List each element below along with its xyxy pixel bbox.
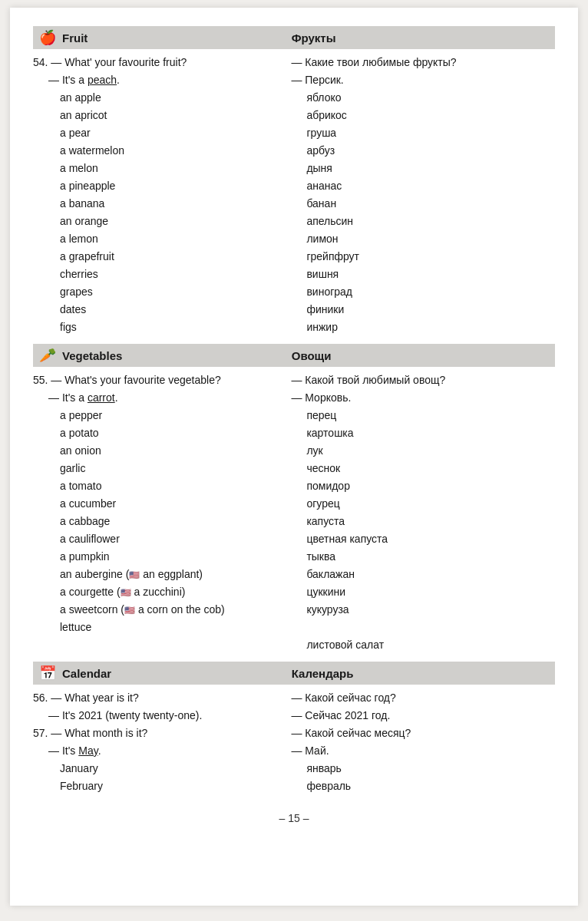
fruit-dialog-left: 54. — What' your favourite fruit? — It's… (33, 54, 283, 337)
fruit-item-0: an apple (33, 90, 276, 106)
fruit-ru-5: ананас (291, 178, 555, 194)
veg-item-10: a courgette (🇺🇸 a zucchini) (33, 584, 276, 600)
cal-q56-ru: — Какой сейчас год? (291, 690, 555, 706)
fruit-title-ru: Фрукты (292, 31, 336, 45)
fruit-ru-6: банан (291, 196, 555, 212)
cal-a57-line: — It's May. (33, 743, 276, 759)
cal-a57-ru: — Май. (291, 743, 555, 759)
cal-q56-num: 56. (33, 692, 48, 704)
veg-ru-4: помидор (291, 478, 555, 494)
fruit-ru-7: апельсин (291, 213, 555, 229)
veg-answer-word: carrot (88, 391, 115, 404)
veg-item-12: lettuce (33, 619, 276, 635)
vegetables-title-ru: Овощи (292, 349, 332, 362)
fruit-ru-10: вишня (291, 266, 555, 282)
vegetables-section: 🥕 Vegetables Овощи 55. — What's your fav… (33, 344, 555, 655)
fruit-item-8: a lemon (33, 231, 276, 247)
fruit-answer-prefix: — It's a (48, 74, 88, 86)
fruit-answer-dot: . (117, 74, 120, 86)
fruit-item-9: a grapefruit (33, 249, 276, 265)
veg-ru-3: чеснок (291, 460, 555, 477)
veg-item-5: a cucumber (33, 496, 276, 512)
fruit-item-13: figs (33, 319, 276, 335)
fruit-item-10: cherries (33, 266, 276, 282)
fruit-item-7: an orange (33, 213, 276, 229)
fruit-item-6: a banana (33, 196, 276, 212)
calendar-right: — Какой сейчас год? — Сейчас 2021 год. —… (283, 690, 555, 796)
cal-q57-line: 57. — What month is it? (33, 725, 276, 741)
fruit-answer-line: — It's a peach. (33, 72, 276, 88)
cal-q57-num: 57. (33, 727, 48, 739)
fruit-item-1: an apricot (33, 107, 276, 124)
fruit-item-12: dates (33, 302, 276, 318)
veg-item-0: a pepper (33, 408, 276, 424)
fruit-title-en: Fruit (62, 31, 88, 45)
veg-ru-5: огурец (291, 496, 555, 512)
fruit-item-2: a pear (33, 125, 276, 141)
fruit-q-num: 54. (33, 56, 48, 68)
cal-q57-ru: — Какой сейчас месяц? (291, 725, 555, 741)
vegetables-header-right: Овощи (284, 349, 549, 362)
cal-month-1: February (33, 778, 276, 794)
cal-q57-text: — What month is it? (51, 727, 147, 739)
veg-ru-12-spacer (291, 619, 555, 635)
fruit-dialog-row: 54. — What' your favourite fruit? — It's… (33, 54, 555, 338)
fruit-icon: 🍎 (39, 29, 56, 46)
calendar-header-right: Календарь (284, 667, 549, 680)
calendar-title-ru: Календарь (292, 667, 354, 680)
calendar-section: 📅 Calendar Календарь 56. — What year is … (33, 662, 555, 797)
cal-month-0: January (33, 761, 276, 777)
cal-month-ru-1: февраль (291, 778, 555, 794)
page: 🍎 Fruit Фрукты 54. — What' your favourit… (10, 8, 578, 906)
fruit-ru-11: виноград (291, 284, 555, 300)
veg-ru-10: цуккини (291, 584, 555, 600)
vegetables-dialog-right: — Какой твой любимый овощ? — Морковь. пе… (283, 372, 555, 655)
fruit-question-en: — What' your favourite fruit? (51, 56, 187, 68)
veg-ru-7: цветная капуста (291, 531, 555, 547)
fruit-item-3: a watermelon (33, 143, 276, 159)
veg-item-7: a cauliflower (33, 531, 276, 547)
fruit-dialog-right: — Какие твои любимые фрукты? — Персик. я… (283, 54, 555, 337)
veg-ru-6: капуста (291, 513, 555, 530)
fruit-ru-8: лимон (291, 231, 555, 247)
veg-ru-9: баклажан (291, 566, 555, 583)
fruit-ru-13: инжир (291, 319, 555, 335)
vegetables-title-en: Vegetables (62, 349, 122, 362)
fruit-item-5: a pineapple (33, 178, 276, 194)
veg-ru-2: лук (291, 443, 555, 459)
page-number: – 15 – (33, 812, 555, 824)
veg-item-4: a tomato (33, 478, 276, 494)
calendar-icon: 📅 (39, 665, 56, 682)
veg-answer-line: — It's a carrot. (33, 390, 276, 406)
veg-ru-8: тыква (291, 549, 555, 565)
veg-question-ru: — Какой твой любимый овощ? (291, 372, 555, 388)
fruit-ru-9: грейпфрут (291, 249, 555, 265)
cal-a57-word: May (78, 744, 97, 757)
veg-q-num-line: 55. — What's your favourite vegetable? (33, 372, 276, 388)
veg-item-11: a sweetcorn (🇺🇸 a corn on the cob) (33, 602, 276, 618)
fruit-ru-0: яблоко (291, 90, 555, 106)
calendar-header-left: 📅 Calendar (39, 665, 284, 682)
vegetables-header-left: 🥕 Vegetables (39, 347, 284, 364)
veg-ru-1: картошка (291, 425, 555, 441)
fruit-ru-12: финики (291, 302, 555, 318)
cal-q56-text: — What year is it? (51, 692, 138, 704)
veg-answer-prefix: — It's a (48, 391, 88, 404)
fruit-header-right: Фрукты (284, 31, 549, 45)
veg-item-8: a pumpkin (33, 549, 276, 565)
veg-ru-0: перец (291, 408, 555, 424)
fruit-item-11: grapes (33, 284, 276, 300)
veg-ru-13: листовой салат (291, 637, 555, 653)
fruit-item-4: a melon (33, 160, 276, 177)
veg-item-6: a cabbage (33, 513, 276, 530)
vegetables-header: 🥕 Vegetables Овощи (33, 344, 555, 367)
veg-answer-dot: . (115, 391, 118, 404)
veg-item-2: an onion (33, 443, 276, 459)
calendar-left: 56. — What year is it? — It's 2021 (twen… (33, 690, 283, 796)
fruit-header-left: 🍎 Fruit (39, 29, 284, 46)
veg-q-num: 55. (33, 374, 48, 386)
veg-item-3: garlic (33, 460, 276, 477)
cal-a57-dot: . (98, 744, 101, 757)
calendar-content-row: 56. — What year is it? — It's 2021 (twen… (33, 689, 555, 797)
fruit-ru-1: абрикос (291, 107, 555, 124)
